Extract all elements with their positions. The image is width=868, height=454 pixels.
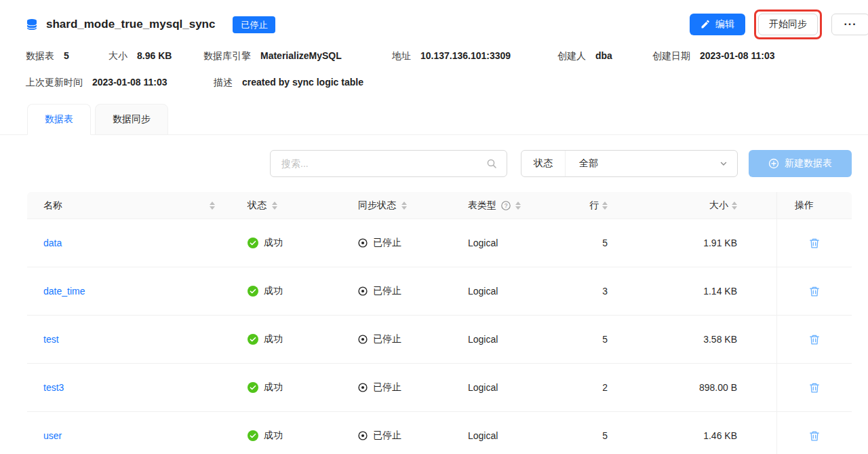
meta-value: 2023-01-08 11:03 [92,77,167,88]
header-name[interactable]: 名称 [27,192,248,219]
chevron-down-icon [719,159,728,168]
header-name-label: 名称 [43,200,62,212]
start-sync-button[interactable]: 开始同步 [758,14,818,35]
trash-icon [809,334,820,345]
sort-icon[interactable] [401,202,407,210]
meta-label: 创建人 [557,50,586,62]
toolbar: 状态 全部 新建数据表 [0,135,868,177]
table-name-link[interactable]: test3 [43,382,64,393]
search-input[interactable] [280,157,486,170]
svg-text:?: ? [505,202,508,209]
status-filter-select[interactable]: 全部 [566,157,737,170]
table-name-link[interactable]: test [43,334,59,345]
meta-creator: 创建人 dba [557,50,652,62]
sort-icon[interactable] [272,202,277,210]
delete-button[interactable] [806,379,823,396]
meta-address: 地址 10.137.136.101:3309 [392,50,557,62]
trash-icon [809,382,820,394]
meta-created-date: 创建日期 2023-01-08 11:03 [652,50,852,62]
more-actions-button[interactable]: ··· [831,14,868,35]
table-type-text: Logical [468,334,498,345]
meta-value: 8.96 KB [137,50,172,61]
row-count-text: 5 [602,238,608,248]
trash-icon [809,286,820,297]
sync-stopped-icon [358,286,368,296]
meta-table-count: 数据表 5 [26,50,108,62]
table-name-link[interactable]: data [43,238,62,248]
tab-bar: 数据表 数据同步 [0,104,868,135]
meta-engine: 数据库引擎 MaterializeMySQL [203,50,392,62]
row-count-text: 5 [602,430,608,441]
header-size[interactable]: 大小 [651,192,776,219]
meta-label: 创建日期 [652,50,690,62]
sort-icon[interactable] [210,202,215,210]
question-circle-icon[interactable]: ? [501,201,511,210]
table-type-text: Logical [468,382,498,393]
meta-size: 大小 8.96 KB [108,50,203,62]
new-table-button[interactable]: 新建数据表 [749,150,852,177]
meta-value: created by sync logic table [242,77,363,88]
page: shard_mode_true_mysql_sync 已停止 编辑 开始同步 ·… [0,0,868,454]
sort-icon[interactable] [732,202,737,210]
status-text: 成功 [264,381,283,394]
table-name-link[interactable]: user [43,430,62,441]
database-icon [26,18,38,31]
sort-icon[interactable] [515,202,521,210]
success-check-icon [248,286,258,297]
sync-status-text: 已停止 [373,430,401,442]
sync-stopped-icon [358,431,368,440]
sync-status-text: 已停止 [373,381,401,394]
sync-stopped-icon [358,238,368,248]
success-check-icon [248,430,258,441]
status-text: 成功 [264,237,283,249]
table-name-link[interactable]: date_time [43,286,85,297]
row-count-text: 2 [602,382,608,393]
header-rows-label: 行 [589,200,599,212]
delete-button[interactable] [806,428,823,444]
metadata-row-2: 上次更新时间 2023-01-08 11:03 描述 created by sy… [26,77,852,89]
search-box [270,150,507,177]
meta-label: 描述 [214,77,233,89]
sort-icon[interactable] [602,202,608,210]
search-icon[interactable] [486,158,497,169]
meta-last-updated: 上次更新时间 2023-01-08 11:03 [26,77,214,89]
row-count-text: 5 [602,334,608,345]
table-size-text: 1.46 KB [703,430,737,441]
table-row: test3 成功 [27,364,852,412]
header-operations: 操作 [776,192,852,219]
header-sync-status-label: 同步状态 [358,200,396,212]
edit-button[interactable]: 编辑 [690,14,745,35]
table-size-text: 1.14 KB [703,286,737,297]
table-row: date_time 成功 [27,267,852,316]
row-count-text: 3 [602,286,608,297]
meta-label: 数据库引擎 [203,50,251,62]
edit-button-label: 编辑 [715,18,734,31]
delete-button[interactable] [806,331,823,348]
sync-stopped-icon [358,335,368,344]
page-title: shard_mode_true_mysql_sync [46,18,215,31]
tab-data-sync[interactable]: 数据同步 [95,104,168,135]
header-status[interactable]: 状态 [248,192,346,219]
header-size-label: 大小 [709,200,728,212]
table-row: user 成功 [27,412,852,454]
status-filter-group: 状态 全部 [521,150,738,177]
meta-value: 2023-01-08 11:03 [700,50,775,61]
table-size-text: 1.91 KB [703,238,737,248]
tab-data-tables[interactable]: 数据表 [27,104,91,135]
trash-icon [809,430,820,442]
plus-circle-icon [768,158,779,169]
status-filter-label: 状态 [521,157,565,170]
delete-button[interactable] [806,283,823,300]
sync-status-text: 已停止 [373,237,401,249]
delete-button[interactable] [806,235,823,252]
sync-status-text: 已停止 [373,333,401,345]
page-header: shard_mode_true_mysql_sync 已停止 编辑 开始同步 ·… [0,0,868,38]
meta-value: MaterializeMySQL [260,50,342,61]
header-sync-status[interactable]: 同步状态 [346,192,448,219]
table-size-text: 3.58 KB [703,334,737,345]
metadata-row-1: 数据表 5 大小 8.96 KB 数据库引擎 MaterializeMySQL … [26,50,852,62]
table-body: data 成功 [27,219,852,454]
header-table-type[interactable]: 表类型 ? [448,192,573,219]
header-rows[interactable]: 行 [573,192,651,219]
meta-value: dba [595,50,612,61]
